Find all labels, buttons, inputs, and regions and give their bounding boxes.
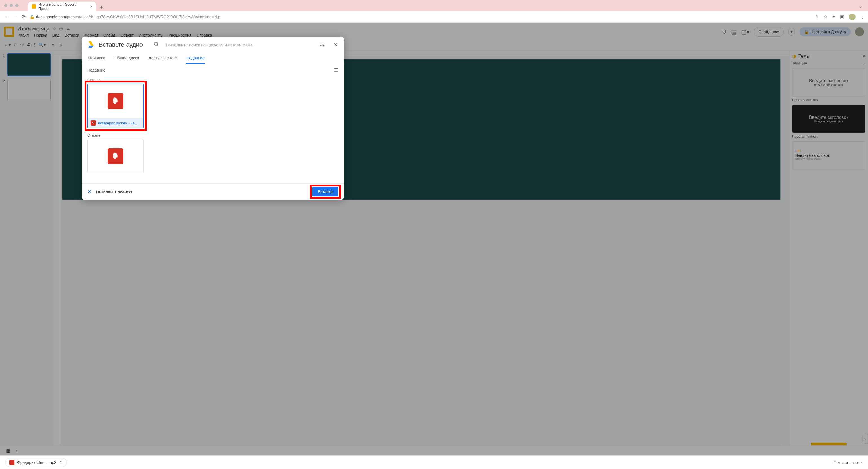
browser-tab[interactable]: Итоги месяца - Google Презе × (28, 2, 96, 11)
file-card[interactable] (87, 139, 144, 173)
url-host: docs.google.com (36, 14, 66, 19)
star-icon[interactable]: ☆ (824, 14, 828, 20)
tab-recent[interactable]: Недавние (186, 53, 205, 64)
file-name: Фридерик Шопен - Ка… (98, 121, 138, 125)
forward-button[interactable]: → (12, 14, 18, 20)
browser-tab-bar: Итоги месяца - Google Презе × + (0, 0, 868, 11)
url-path: /presentation/d/1-qp78zwChWsYUs3B1SUnl12… (66, 14, 220, 19)
new-tab-button[interactable]: + (97, 3, 105, 11)
audio-file-icon (107, 148, 123, 164)
modal-subheading: Недавние (87, 68, 105, 72)
tune-icon[interactable] (319, 41, 325, 48)
panel-icon[interactable]: ▣ (840, 14, 844, 20)
modal-footer: ✕ Выбран 1 объект Вставка (82, 183, 344, 200)
section-old: Старые (87, 133, 338, 137)
audio-file-icon (107, 93, 123, 109)
svg-point-0 (154, 42, 158, 45)
address-bar: ← → ⟳ 🔒 docs.google.com/presentation/d/1… (0, 11, 868, 23)
tab-title: Итоги месяца - Google Презе (38, 2, 88, 11)
window-traffic-lights (4, 4, 19, 7)
extensions-icon[interactable]: ✦ (832, 14, 836, 20)
svg-line-1 (157, 45, 158, 46)
download-filename: Фридерик Шоп....mp3 (17, 460, 56, 465)
search-input[interactable]: Выполните поиск на Диске или вставьте UR… (166, 42, 311, 47)
insert-button[interactable]: Вставка (312, 187, 338, 197)
lock-icon: 🔒 (30, 14, 34, 19)
download-chip[interactable]: Фридерик Шоп....mp3 ⌃ (5, 458, 67, 467)
clear-selection-icon[interactable]: ✕ (87, 189, 92, 195)
back-button[interactable]: ← (3, 14, 8, 20)
audio-mini-icon (91, 121, 96, 126)
show-all-downloads[interactable]: Показать все × (834, 460, 863, 465)
audio-mini-icon (9, 460, 14, 465)
kebab-icon[interactable]: ⋮ (860, 14, 865, 20)
file-card-selected[interactable]: Фридерик Шопен - Ка… (87, 83, 144, 128)
slides-favicon (32, 4, 36, 9)
url-field[interactable]: 🔒 docs.google.com/presentation/d/1-qp78z… (30, 14, 811, 19)
tab-shared-drives[interactable]: Общие диски (114, 53, 140, 64)
downloads-bar: Фридерик Шоп....mp3 ⌃ Показать все × (0, 456, 868, 469)
selection-count: Выбран 1 объект (96, 190, 132, 194)
close-icon[interactable]: × (90, 4, 92, 9)
reload-button[interactable]: ⟳ (22, 14, 26, 20)
modal-body: Сегодня Фридерик Шопен - Ка… Старые (82, 76, 344, 183)
close-icon[interactable]: ✕ (333, 41, 338, 48)
list-view-icon[interactable]: ☰ (334, 67, 338, 73)
section-today: Сегодня (87, 78, 338, 82)
insert-audio-modal: Вставьте аудио Выполните поиск на Диске … (82, 37, 344, 200)
tab-my-drive[interactable]: Мой диск (87, 53, 105, 64)
drive-logo (87, 41, 95, 48)
close-icon[interactable]: × (861, 460, 863, 465)
search-icon[interactable] (154, 41, 159, 48)
chevron-down-icon[interactable]: ⌄ (859, 3, 862, 9)
modal-tabs: Мой диск Общие диски Доступные мне Недав… (82, 53, 344, 64)
modal-title: Вставьте аудио (99, 41, 143, 48)
tab-shared-with-me[interactable]: Доступные мне (148, 53, 177, 64)
share-icon[interactable]: ⇧ (815, 14, 819, 20)
chevron-up-icon[interactable]: ⌃ (59, 460, 63, 465)
profile-avatar[interactable] (849, 13, 856, 20)
